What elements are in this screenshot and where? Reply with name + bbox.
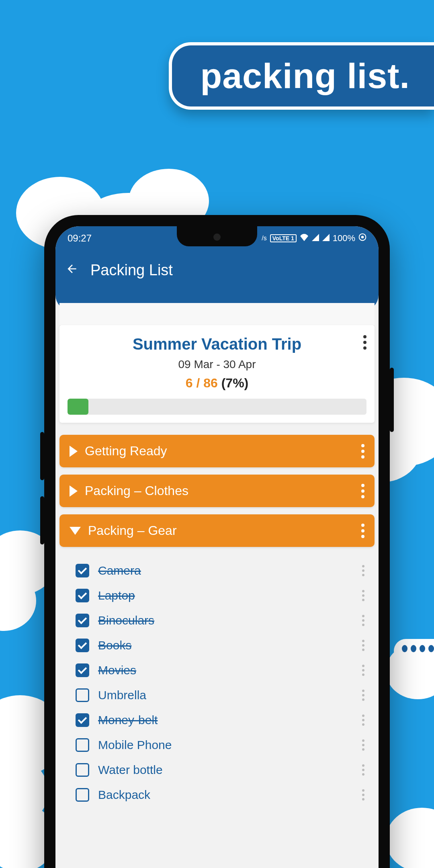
checkbox[interactable] xyxy=(76,589,89,602)
signal-icon xyxy=(322,233,330,244)
item-menu-icon[interactable] xyxy=(362,764,364,776)
signal-icon xyxy=(312,233,319,244)
progress-count: 6 / 86 xyxy=(186,376,218,390)
phone-notch xyxy=(177,226,257,246)
item-label: Movies xyxy=(98,663,136,677)
checkbox[interactable] xyxy=(76,738,89,752)
section-header[interactable]: Packing – Clothes xyxy=(59,475,375,507)
page-title: Packing List xyxy=(90,262,173,279)
section-title: Packing – Gear xyxy=(88,523,177,538)
section-title: Getting Ready xyxy=(85,444,167,459)
checkbox[interactable] xyxy=(76,713,89,727)
target-icon xyxy=(358,233,366,244)
item-label: Binoculars xyxy=(98,614,154,627)
trip-summary-card: Summer Vacation Trip 09 Mar - 30 Apr 6 /… xyxy=(59,325,375,423)
progress-percent: (7%) xyxy=(221,376,249,390)
card-menu-icon[interactable] xyxy=(363,335,366,350)
svg-point-1 xyxy=(361,236,364,239)
item-label: Umbrella xyxy=(98,688,146,702)
doodle-background xyxy=(59,303,375,325)
phone-frame: 09:27 /s VoLTE 1 100% xyxy=(44,215,390,868)
checkbox[interactable] xyxy=(76,614,89,627)
section-header[interactable]: Packing – Gear xyxy=(59,514,375,547)
item-label: Mobile Phone xyxy=(98,738,172,752)
chevron-down-icon xyxy=(70,527,81,535)
progress-fill xyxy=(68,399,88,415)
list-item[interactable]: Mobile Phone xyxy=(59,733,375,757)
list-item[interactable]: Money-belt xyxy=(59,708,375,733)
item-menu-icon[interactable] xyxy=(362,714,364,726)
item-menu-icon[interactable] xyxy=(362,590,364,601)
item-menu-icon[interactable] xyxy=(362,690,364,701)
list-item[interactable]: Water bottle xyxy=(59,757,375,782)
checkbox[interactable] xyxy=(76,639,89,652)
list-item[interactable]: Backpack xyxy=(59,782,375,807)
banner-label: packing list. xyxy=(200,55,410,96)
item-label: Books xyxy=(98,639,131,652)
checkbox[interactable] xyxy=(76,564,89,577)
item-menu-icon[interactable] xyxy=(362,565,364,576)
trip-dates: 09 Mar - 30 Apr xyxy=(68,358,366,371)
list-item[interactable]: Binoculars xyxy=(59,608,375,633)
item-menu-icon[interactable] xyxy=(362,615,364,626)
item-label: Laptop xyxy=(98,589,135,602)
section-header[interactable]: Getting Ready xyxy=(59,435,375,467)
item-label: Camera xyxy=(98,564,141,577)
item-label: Water bottle xyxy=(98,763,163,777)
item-label: Backpack xyxy=(98,788,150,802)
progress-text: 6 / 86 (7%) xyxy=(68,376,366,391)
list-item[interactable]: Movies xyxy=(59,658,375,683)
list-item[interactable]: Camera xyxy=(59,558,375,583)
progress-bar xyxy=(68,399,366,415)
section-title: Packing – Clothes xyxy=(85,483,188,498)
checklist: CameraLaptopBinocularsBooksMoviesUmbrell… xyxy=(59,554,375,811)
checkbox[interactable] xyxy=(76,688,89,702)
item-menu-icon[interactable] xyxy=(362,665,364,676)
chevron-right-icon xyxy=(70,485,78,497)
trip-title: Summer Vacation Trip xyxy=(68,335,366,353)
list-item[interactable]: Umbrella xyxy=(59,683,375,708)
section-menu-icon[interactable] xyxy=(361,524,364,538)
list-item[interactable]: Laptop xyxy=(59,583,375,608)
chevron-right-icon xyxy=(70,446,78,457)
item-menu-icon[interactable] xyxy=(362,789,364,800)
status-time: 09:27 xyxy=(68,233,92,244)
item-label: Money-belt xyxy=(98,713,158,727)
checkbox[interactable] xyxy=(76,763,89,777)
checkbox[interactable] xyxy=(76,663,89,677)
item-menu-icon[interactable] xyxy=(362,739,364,751)
list-item[interactable]: Books xyxy=(59,633,375,658)
section-menu-icon[interactable] xyxy=(361,484,364,498)
battery-text: 100% xyxy=(333,233,355,244)
app-bar: Packing List xyxy=(55,250,379,311)
volte-badge: VoLTE 1 xyxy=(270,234,297,242)
content-area: Summer Vacation Trip 09 Mar - 30 Apr 6 /… xyxy=(55,303,379,811)
promo-banner: packing list. xyxy=(169,42,434,110)
plane-decoration xyxy=(386,615,434,695)
wifi-icon xyxy=(300,233,309,244)
item-menu-icon[interactable] xyxy=(362,640,364,651)
checkbox[interactable] xyxy=(76,788,89,802)
section-menu-icon[interactable] xyxy=(361,444,364,459)
back-arrow-icon[interactable] xyxy=(66,262,78,279)
